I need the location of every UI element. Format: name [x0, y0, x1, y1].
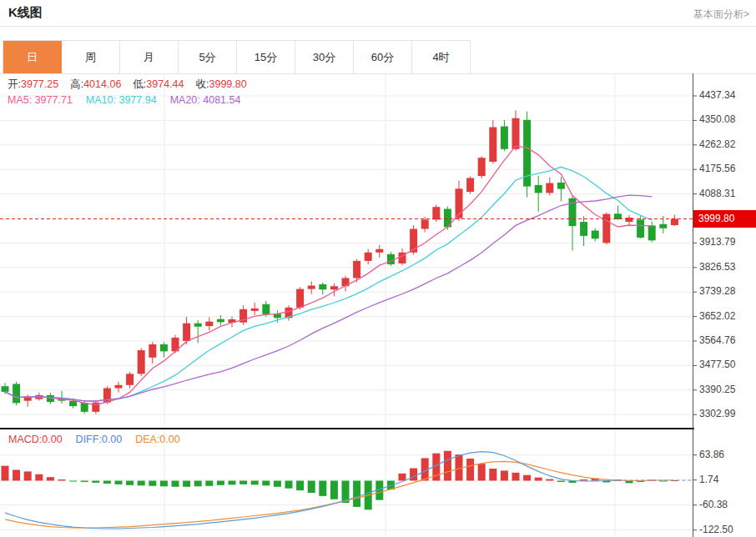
tab-60min[interactable]: 60分: [354, 41, 412, 73]
macd-axis-label: 63.86: [699, 449, 724, 460]
ohlc-item: 收:3999.80: [196, 78, 247, 90]
tab-week[interactable]: 周: [62, 41, 120, 73]
y-axis-label: 3739.28: [699, 285, 735, 297]
y-axis-label: 3302.99: [699, 408, 735, 419]
tab-15min[interactable]: 15分: [237, 41, 295, 73]
y-axis-label: 3652.02: [699, 310, 735, 322]
y-axis-label: 3477.50: [699, 359, 735, 370]
fundamental-analysis-link[interactable]: 基本面分析>: [693, 8, 749, 22]
ohlc-item: 开:3977.25: [8, 78, 58, 90]
y-axis-label: 4437.34: [699, 89, 735, 101]
ma-item: MA10: 3977.94: [86, 94, 157, 106]
tab-4hour[interactable]: 4时: [412, 41, 470, 73]
macd-readout: MACD:0.00DIFF:0.00DEA:0.00: [8, 434, 194, 445]
macd-axis-label: 1.74: [699, 474, 718, 485]
y-axis-label: 3390.25: [699, 384, 735, 395]
macd-axis-label: -122.50: [699, 524, 733, 535]
page-title: K线图: [8, 5, 43, 21]
y-axis-label: 3564.76: [699, 334, 735, 346]
y-axis-label: 3913.79: [699, 236, 735, 248]
tab-day[interactable]: 日: [3, 41, 62, 73]
macd-axis-label: -60.38: [699, 499, 728, 510]
ohlc-item: 低:3974.44: [133, 78, 184, 90]
y-axis-label: 4175.56: [699, 163, 735, 174]
ma-item: MA20: 4081.54: [170, 94, 241, 106]
y-axis-label: 4262.82: [699, 138, 735, 150]
ohlc-item: 高:4014.06: [70, 78, 121, 90]
ma-readout: MA5: 3977.71MA10: 3977.94MA20: 4081.54: [8, 94, 254, 106]
y-axis-label: 3826.53: [699, 261, 735, 273]
tab-month[interactable]: 月: [120, 41, 179, 73]
tab-5min[interactable]: 5分: [179, 41, 237, 73]
current-price-badge: 3999.80: [693, 210, 756, 228]
macd-item: MACD:0.00: [8, 434, 63, 445]
y-axis-label: 4350.08: [699, 113, 735, 125]
ohlc-readout: 开:3977.25高:4014.06低:3974.44收:3999.80: [8, 78, 259, 92]
ma-item: MA5: 3977.71: [8, 94, 73, 106]
macd-item: DIFF:0.00: [76, 434, 123, 445]
macd-item: DEA:0.00: [135, 434, 180, 445]
y-axis-label: 4088.31: [699, 188, 735, 199]
period-tabbar: 日周月5分15分30分60分4时: [3, 40, 471, 74]
tab-30min[interactable]: 30分: [295, 41, 354, 73]
topbar: K线图 基本面分析>: [0, 0, 756, 27]
